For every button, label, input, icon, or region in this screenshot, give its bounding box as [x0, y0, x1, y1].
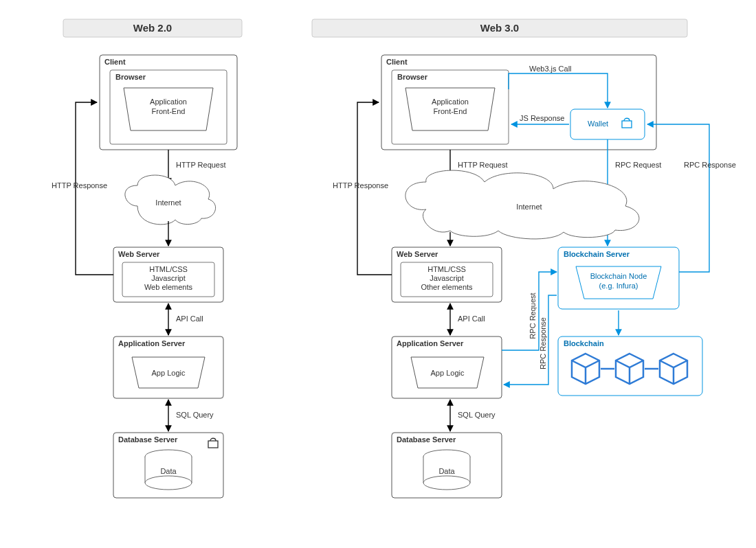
dbserver-web3: Database Server Data [392, 433, 502, 498]
svg-text:Browser: Browser [115, 73, 146, 81]
label-rpc-res-outer: RPC Response [684, 161, 736, 169]
wallet-box: Wallet [570, 109, 645, 139]
svg-text:Web elements: Web elements [144, 283, 193, 291]
svg-text:Database Server: Database Server [118, 435, 178, 444]
internet-cloud-web3: Internet [405, 170, 639, 239]
header-web2: Web 2.0 [63, 19, 242, 37]
dbserver-web2: Database Server Data [113, 433, 223, 498]
svg-text:Data: Data [438, 467, 455, 475]
svg-text:Internet: Internet [516, 203, 542, 211]
appserver-web2: Application Server App Logic [113, 336, 223, 398]
label-js-response: JS Response [520, 114, 564, 122]
svg-text:Application Server: Application Server [397, 339, 464, 347]
svg-text:Application Server: Application Server [118, 339, 186, 347]
svg-text:HTML/CSS: HTML/CSS [427, 265, 466, 273]
appserver-web3: Application Server App Logic [392, 336, 502, 398]
svg-text:Web Server: Web Server [118, 250, 160, 258]
svg-text:Data: Data [160, 467, 177, 475]
svg-text:Application: Application [432, 98, 469, 106]
svg-text:Application: Application [150, 98, 187, 106]
label-api-call-web2: API Call [176, 315, 203, 323]
label-http-res-web3: HTTP Response [333, 181, 388, 190]
webserver-web2: Web Server HTML/CSS Javascript Web eleme… [113, 247, 223, 302]
svg-text:Client: Client [386, 58, 408, 66]
label-api-call-web3: API Call [458, 315, 485, 323]
svg-text:HTML/CSS: HTML/CSS [149, 265, 188, 273]
internet-cloud-web2: Internet [125, 175, 216, 225]
svg-text:Client: Client [104, 58, 126, 66]
label-web3-call: Web3.js Call [529, 65, 572, 73]
svg-text:Javascript: Javascript [151, 274, 186, 282]
front-end-web2: Application Front-End [124, 88, 213, 130]
label-http-res-web2: HTTP Response [52, 181, 107, 190]
blockchain-box: Blockchain [558, 336, 702, 396]
svg-text:App Logic: App Logic [431, 369, 465, 377]
label-rpc-res-app: RPC Response [539, 317, 547, 369]
label-sql-web2: SQL Query [176, 411, 214, 419]
label-rpc-req-wallet: RPC Request [615, 161, 661, 169]
label-sql-web3: SQL Query [458, 411, 496, 419]
front-end-web3: Application Front-End [405, 88, 495, 130]
svg-text:Blockchain: Blockchain [564, 339, 604, 347]
blockchain-server-box: Blockchain Server Blockchain Node (e.g. … [558, 247, 679, 309]
label-http-req-web3: HTTP Request [458, 161, 508, 169]
svg-text:Front-End: Front-End [152, 107, 186, 115]
svg-text:Javascript: Javascript [430, 274, 464, 282]
svg-text:Database Server: Database Server [397, 435, 456, 444]
label-http-req-web2: HTTP Request [176, 161, 226, 169]
svg-text:Web 3.0: Web 3.0 [480, 22, 519, 34]
header-web3: Web 3.0 [312, 19, 687, 37]
svg-text:Blockchain Node: Blockchain Node [590, 272, 647, 280]
svg-text:Blockchain Server: Blockchain Server [564, 250, 630, 258]
label-rpc-req-app: RPC Request [529, 293, 537, 339]
svg-text:Browser: Browser [397, 73, 428, 81]
svg-point-78 [423, 476, 470, 490]
svg-text:Wallet: Wallet [588, 119, 608, 128]
svg-text:Web 2.0: Web 2.0 [133, 22, 172, 34]
svg-point-33 [145, 476, 192, 490]
svg-text:Other elements: Other elements [421, 283, 473, 291]
svg-text:(e.g. Infura): (e.g. Infura) [599, 282, 638, 290]
svg-text:Internet: Internet [155, 198, 181, 207]
svg-text:App Logic: App Logic [152, 369, 186, 377]
webserver-web3: Web Server HTML/CSS Javascript Other ele… [392, 247, 502, 302]
svg-text:Web Server: Web Server [397, 250, 438, 258]
svg-text:Front-End: Front-End [434, 107, 467, 115]
